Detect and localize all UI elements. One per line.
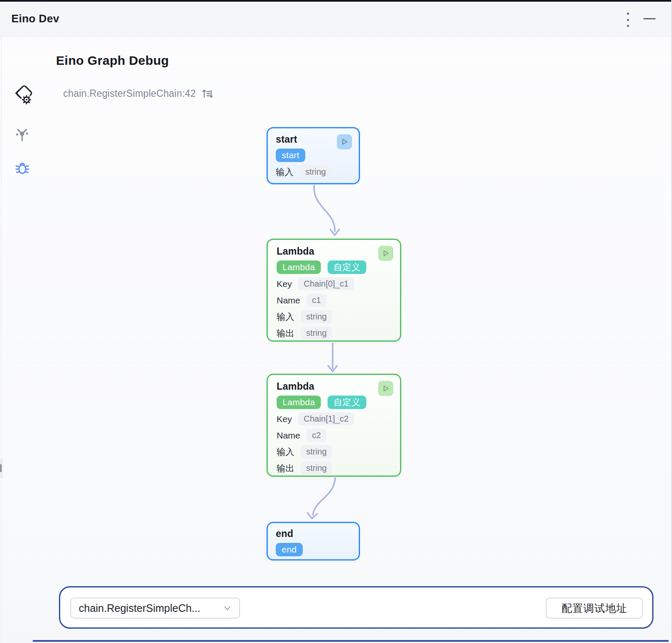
sidebar [0,37,45,643]
node-type-badge: Lambda [277,260,321,274]
row-label: Key [277,414,292,424]
row-value-chip: string [301,310,332,323]
node-row: 输入 string [277,445,391,458]
target-select-value: chain.RegisterSimpleCh... [79,602,200,614]
node-type-badge: start [276,149,305,162]
node-title: Lambda [277,381,391,392]
node-end[interactable]: end end [267,522,360,561]
target-select[interactable]: chain.RegisterSimpleCh... [70,598,240,619]
kebab-dot [627,25,629,27]
node-lambda-c2[interactable]: Lambda Lambda 自定义 Key Chain[1]_c2 Name c… [267,374,401,477]
row-value-chip: c1 [307,294,326,307]
eino-logo-icon [13,85,34,107]
node-title: end [276,528,351,539]
minimize-button[interactable] [643,18,656,22]
row-value-chip: string [301,327,332,340]
row-label: Name [277,295,300,306]
row-value-chip: string [301,445,332,458]
row-label: 输入 [277,311,294,323]
window-top-edge [0,0,671,2]
debug-bug-icon[interactable] [15,160,30,176]
row-value-chip: string [300,165,331,178]
page-title: Eino Graph Debug [56,53,169,68]
chevron-down-icon [222,603,232,613]
chain-subtitle: chain.RegisterSimpleChain:42 [63,88,196,99]
minimize-icon [643,18,656,19]
custom-badge: 自定义 [328,260,366,274]
row-label: Key [277,279,292,289]
row-value-chip: Chain[0]_c1 [298,277,354,290]
row-label: Name [277,430,300,441]
run-node-button[interactable] [337,134,352,149]
node-start[interactable]: start start 输入 string [267,127,360,184]
node-row: Key Chain[1]_c2 [277,412,391,425]
node-row: 输出 string [277,462,391,475]
row-value-chip: string [301,462,332,475]
play-icon [381,384,390,393]
node-row: 输出 string [277,327,391,340]
chain-subtitle-row: chain.RegisterSimpleChain:42 [63,88,213,99]
app-title: Eino Dev [11,12,59,25]
row-label: 输入 [277,446,294,458]
window-titlebar: Eino Dev [0,2,671,37]
window-menu-button[interactable] [624,12,632,28]
node-type-badge: end [276,543,303,556]
row-value-chip: c2 [307,429,326,442]
debug-target-bar: chain.RegisterSimpleCh... 配置调试地址 [59,586,653,629]
row-label: 输出 [277,462,294,474]
custom-badge: 自定义 [328,396,366,409]
node-title: Lambda [277,246,391,257]
play-icon [381,249,390,258]
row-label: 输入 [276,166,293,178]
left-panel-handle[interactable] [0,459,3,478]
row-label: 输出 [277,327,294,339]
kebab-dot [627,13,629,15]
node-lambda-c1[interactable]: Lambda Lambda 自定义 Key Chain[0]_c1 Name c… [267,239,401,342]
sort-order-icon[interactable] [202,88,213,99]
node-row: 输入 string [277,310,391,323]
row-value-chip: Chain[1]_c2 [298,412,354,425]
configure-debug-address-button[interactable]: 配置调试地址 [546,598,643,619]
kebab-dot [627,19,629,21]
play-icon [340,137,349,146]
graph-view-icon[interactable] [15,127,29,142]
node-type-badge: Lambda [277,396,321,409]
node-row: Name c1 [277,294,391,307]
node-row: Name c2 [277,429,391,442]
run-node-button[interactable] [378,246,393,261]
run-node-button[interactable] [378,381,393,396]
bottom-panel-edge [33,640,669,642]
node-row: 输入 string [276,165,351,178]
node-row: Key Chain[0]_c1 [277,277,391,290]
left-panel-handle-grip [0,464,2,472]
